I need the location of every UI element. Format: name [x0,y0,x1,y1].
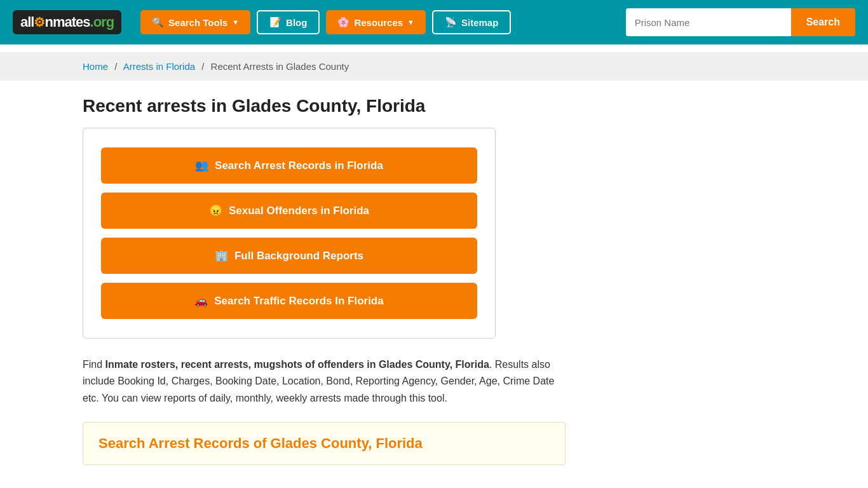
sitemap-label: Sitemap [461,17,498,28]
blog-label: Blog [286,17,307,28]
breadcrumb-arrests-florida[interactable]: Arrests in Florida [123,61,195,72]
resources-label: Resources [354,17,403,28]
page-title: Recent arrests in Glades County, Florida [83,96,785,116]
background-reports-button[interactable]: 🏢 Full Background Reports [101,238,477,274]
sitemap-button[interactable]: 📡 Sitemap [432,10,511,34]
resources-icon: 🌸 [337,17,349,28]
sitemap-icon: 📡 [445,17,457,28]
resources-arrow-icon: ▼ [407,18,414,26]
traffic-icon: 🚗 [194,294,208,308]
prison-name-input[interactable] [626,8,791,36]
background-icon: 🏢 [215,249,228,262]
blog-icon: 📝 [269,17,281,28]
search-records-section: Search Arrest Records of Glades County, … [83,422,566,465]
action-buttons-box: 👥 Search Arrest Records in Florida 😠 Sex… [83,128,496,339]
search-tools-label: Search Tools [168,17,227,28]
logo[interactable]: all⚙nmates.org [13,10,121,34]
breadcrumb-home[interactable]: Home [83,61,108,72]
breadcrumb-sep-1: / [114,61,117,72]
breadcrumb-current: Recent Arrests in Glades County [211,61,349,72]
logo-org: .org [90,14,114,30]
background-reports-label: Full Background Reports [234,250,363,262]
blog-button[interactable]: 📝 Blog [257,10,320,34]
logo-icon: ⚙ [34,15,44,29]
search-tools-button[interactable]: 🔍 Search Tools ▼ [140,10,250,34]
offender-icon: 😠 [209,204,222,217]
breadcrumb-sep-2: / [201,61,204,72]
prison-search-button[interactable]: Search [791,8,855,36]
desc-find: Find [83,359,105,370]
description-text: Find Inmate rosters, recent arrests, mug… [83,356,559,407]
logo-all: all [20,14,34,30]
search-arrest-records-button[interactable]: 👥 Search Arrest Records in Florida [101,147,477,184]
logo-nmates: nmates [44,14,90,30]
main-content: Recent arrests in Glades County, Florida… [0,81,868,480]
search-records-title: Search Arrest Records of Glades County, … [98,435,550,452]
search-tools-arrow-icon: ▼ [232,18,239,26]
desc-bold: Inmate rosters, recent arrests, mugshots… [105,359,489,370]
resources-button[interactable]: 🌸 Resources ▼ [326,10,426,34]
prison-search-box: Search [626,8,855,36]
traffic-records-label: Search Traffic Records In Florida [214,295,383,308]
sexual-offenders-button[interactable]: 😠 Sexual Offenders in Florida [101,193,477,229]
breadcrumb: Home / Arrests in Florida / Recent Arres… [0,52,868,81]
search-tools-icon: 🔍 [152,17,164,28]
search-arrest-label: Search Arrest Records in Florida [215,159,383,172]
sexual-offenders-label: Sexual Offenders in Florida [229,205,369,217]
arrest-icon: 👥 [195,159,208,172]
traffic-records-button[interactable]: 🚗 Search Traffic Records In Florida [101,283,477,319]
